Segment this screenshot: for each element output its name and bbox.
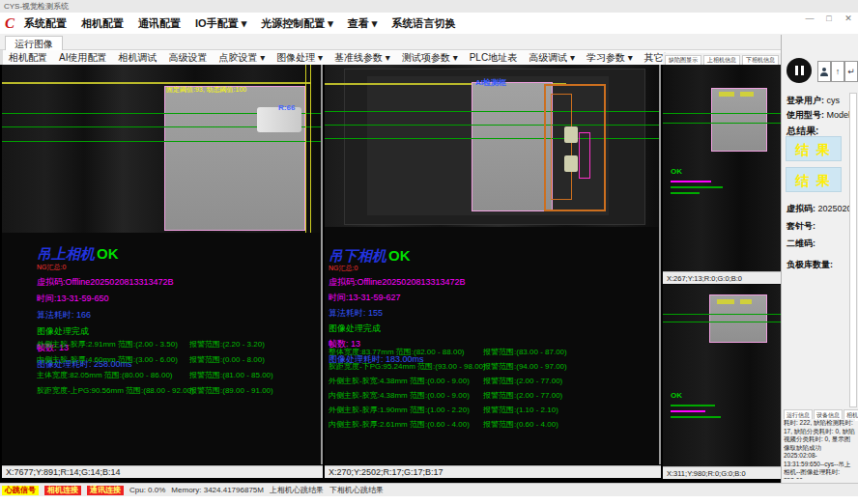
pause-button[interactable] — [786, 58, 812, 83]
tab-defect-image[interactable]: 缺陷图显示 — [665, 55, 701, 65]
model-row: 使用型号: Model1 — [786, 109, 855, 122]
minimize-icon[interactable]: — — [804, 14, 815, 23]
reference-line — [663, 314, 781, 315]
window-controls: — □ ✕ — [804, 14, 854, 23]
ng-summary: NG汇总:0 — [329, 264, 465, 273]
measurement-value: 内侧主胶-胶厚:2.61mm 范围:(0.60 - 4.00) — [329, 420, 470, 429]
close-icon[interactable]: ✕ — [843, 14, 854, 23]
thumb1-ok-text: OK — [671, 167, 682, 176]
thumb2-coordinate-bar: X:311;Y:980;R:0;G:0;B:0 — [663, 466, 781, 479]
measurement-row: 整体宽度:83.77mm 范围:(82.00 - 88.00) 报警范围:(83… — [329, 347, 657, 357]
menu-language-switch[interactable]: 系统语言切换 — [391, 16, 455, 31]
heartbeat-badge: 心跳信号 — [2, 486, 39, 495]
menu-view[interactable]: 查看 ▾ — [348, 16, 378, 31]
ai-detect-inner-box — [551, 94, 572, 200]
measurement-row: 内侧主胶-胶厚:4.60mm 范围:(3.00 - 6.00) 报警范围:(0.… — [37, 354, 321, 365]
tab-upper-camera-info[interactable]: 上相机信息 — [703, 55, 740, 65]
user-button[interactable] — [817, 61, 831, 82]
tab-strip: 运行图像 — [0, 34, 858, 50]
measurement-value: 内侧主胶-胶厚:4.60mm 范围:(3.00 - 6.00) — [37, 355, 178, 364]
edge-line — [310, 65, 311, 233]
alarm-range: 报警范围:(2.00 - 77.00) — [483, 390, 562, 401]
measurement-value: 外侧主胶-胶宽:4.38mm 范围:(0.00 - 9.00) — [329, 377, 470, 385]
toolbar-camera-config[interactable]: 相机配置 — [3, 51, 53, 65]
qr-code-label: 二维码: — [786, 238, 815, 250]
left-camera-view[interactable]: 固定阈值:93, 动态阈值:100 R:66 吊上相机OK NG汇总:0 虚拟码… — [2, 65, 323, 464]
toolbar-ai-use-config[interactable]: AI使用配置 — [53, 51, 112, 65]
menu-bar: C 系统配置 相机配置 通讯配置 IO手配置 ▾ 光源控制配置 ▾ 查看 ▾ 系… — [0, 13, 858, 34]
toolbar-glue-settings[interactable]: 点胶设置 ▾ — [213, 51, 271, 65]
middle-coordinate-bar: X:270;Y:2502;R:17;G:17;B:17 — [325, 465, 661, 478]
toolbar-image-processing[interactable]: 图像处理 ▾ — [271, 51, 329, 65]
left-coordinate-bar: X:7677;Y:891;R:14;G:14;B:14 — [2, 465, 323, 478]
return-button[interactable]: ↵ — [844, 61, 858, 82]
reference-line — [325, 125, 659, 126]
status-ok: OK — [388, 247, 411, 264]
ai-overlay-label: AI检测框 — [475, 77, 506, 88]
menu-camera-config[interactable]: 相机配置 — [81, 16, 124, 31]
return-arrow-icon: ↵ — [847, 67, 855, 76]
window-title: CYS-视觉检测系统 — [4, 2, 69, 11]
reference-line — [325, 111, 659, 112]
arrow-up-icon: ↑ — [836, 67, 841, 76]
toolbar-learning-params[interactable]: 学习参数 ▾ — [581, 51, 639, 65]
alarm-range: 报警范围:(81.00 - 85.00) — [189, 370, 273, 380]
run-log-text[interactable]: 耗时: 222, 缺陷检测耗时: 17, 缺陷分类耗时: 0, 缺陷视频分类耗时… — [784, 419, 855, 479]
measurement-value: 外侧主胶-胶厚:2.91mm 范围:(2.00 - 3.50) — [37, 340, 178, 349]
toolbar-test-item-params[interactable]: 测试项参数 ▾ — [396, 51, 464, 65]
stock-count-label: 负极库数量: — [786, 259, 833, 271]
value-chip — [740, 299, 752, 304]
toolbar-baseline-params[interactable]: 基准线参数 ▾ — [329, 51, 396, 65]
toolbar-plc-address-table[interactable]: PLC地址表 — [464, 51, 523, 65]
thumbnail-panel[interactable]: OK X:267;Y:13;R:0;G:0;B:0 OK — [663, 65, 781, 464]
upload-button[interactable]: ↑ — [831, 61, 844, 82]
value-chip — [717, 299, 734, 304]
window-titlebar[interactable]: CYS-视觉检测系统 — [0, 0, 858, 13]
mini-text-line — [671, 416, 721, 418]
cpu-usage-text: Cpu: 0.0% — [129, 486, 165, 494]
virtual-code-row: 虚拟码: 20250208 — [786, 203, 857, 215]
algo-time-line: 算法耗时: 155 — [329, 307, 465, 320]
toolbar-advanced-debug[interactable]: 高级调试 ▾ — [523, 51, 581, 65]
measurement-row: 外侧主胶-胶厚:2.91mm 范围:(2.00 - 3.50) 报警范围:(2.… — [37, 339, 321, 350]
menu-comm-config[interactable]: 通讯配置 — [138, 16, 181, 31]
threshold-overlay-label: 固定阈值:93, 动态阈值:100 — [166, 85, 246, 95]
toolbar-camera-debug[interactable]: 相机调试 — [112, 51, 162, 65]
processing-done-line: 图像处理完成 — [37, 325, 173, 338]
login-user-value: cys — [827, 96, 841, 105]
alarm-range: 报警范围:(0.00 - 8.00) — [189, 354, 265, 365]
value-chip — [719, 92, 734, 97]
measurement-row: 外侧主胶-胶宽:4.38mm 范围:(0.00 - 9.00) 报警范围:(2.… — [329, 376, 657, 386]
thumb2-ok-text: OK — [671, 391, 682, 400]
alarm-range: 报警范围:(1.10 - 2.10) — [483, 405, 558, 415]
camera-result-title: 吊上相机OK — [37, 246, 173, 262]
virtual-code-line: 虚拟码:Offline2025020813313472B — [37, 276, 173, 289]
measurement-value: 外侧主胶-胶厚:1.90mm 范围:(1.00 - 2.20) — [329, 406, 470, 414]
measurement-value: 胶距宽度-下PG:95.24mm 范围:(93.00 - 98.00) — [329, 362, 486, 371]
menu-io-config[interactable]: IO手配置 ▾ — [195, 16, 246, 31]
upper-camera-heartbeat-text: 上相机心跳结果 — [270, 485, 324, 495]
camera-name: 吊下相机 — [329, 247, 386, 264]
defect-marker-box — [579, 132, 590, 179]
mini-text-line — [671, 181, 711, 182]
maximize-icon[interactable]: □ — [823, 14, 835, 23]
menu-light-config[interactable]: 光源控制配置 ▾ — [261, 16, 333, 31]
ng-summary: NG汇总:0 — [37, 263, 173, 272]
edge-line — [305, 65, 306, 233]
menu-system-config[interactable]: 系统配置 — [24, 16, 67, 31]
measurement-value: 内侧主胶-胶宽:4.38mm 范围:(0.00 - 9.00) — [329, 391, 470, 400]
laser-line — [2, 82, 311, 84]
mini-text-line — [671, 410, 705, 412]
user-icon — [819, 68, 829, 76]
left-result-block: 吊上相机OK NG汇总:0 虚拟码:Offline202502081331347… — [37, 246, 173, 371]
status-ok: OK — [97, 245, 119, 262]
toolbar-advanced-settings[interactable]: 高级设置 — [162, 51, 213, 65]
sidebar-scrollbar[interactable] — [849, 93, 857, 407]
right-sidebar: ↑ ↵ 登录用户: cys 使用型号: Model1 总结果: 结 果 结 果 … — [781, 35, 858, 483]
memory-usage-text: Memory: 3424.41796875M — [171, 486, 264, 494]
middle-camera-view[interactable]: AI检测框 吊下相机OK NG汇总:0 虚拟码:Offline202502081… — [325, 65, 661, 464]
result-box-lower: 结 果 — [786, 167, 842, 192]
tab-lower-camera-info[interactable]: 下相机信息 — [742, 55, 779, 65]
alarm-range: 报警范围:(2.00 - 77.00) — [483, 376, 562, 386]
measurement-row: 内侧主胶-胶宽:4.38mm 范围:(0.00 - 9.00) 报警范围:(2.… — [329, 390, 657, 401]
